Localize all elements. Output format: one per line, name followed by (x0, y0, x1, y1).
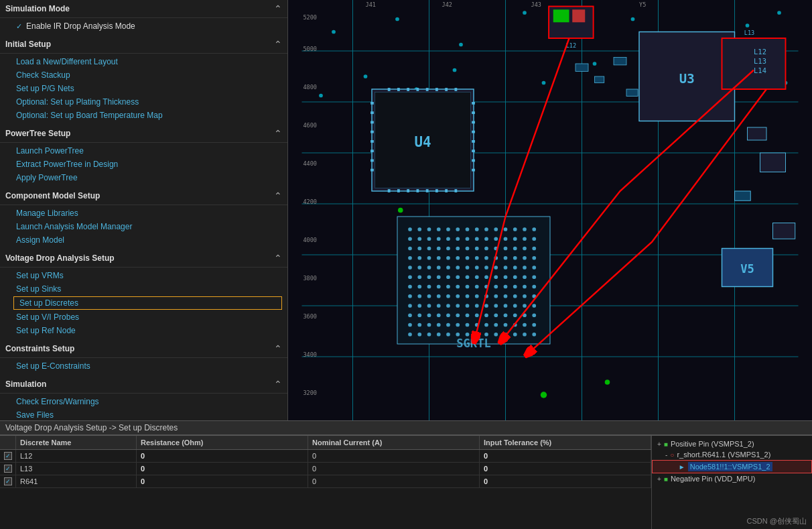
row-l13-input-tolerance: 0 (480, 463, 651, 475)
row-r641-input-tolerance: 0 (480, 475, 651, 487)
sidebar-item-setup-econstraints[interactable]: Set up E-Constraints (0, 359, 287, 373)
section-header-simulation[interactable]: Simulation ⌃ (0, 375, 287, 394)
svg-point-171 (446, 294, 450, 298)
svg-point-185 (446, 304, 450, 308)
sidebar-item-check-stackup[interactable]: Check Stackup (0, 68, 287, 82)
sidebar-item-save-files[interactable]: Save Files (0, 408, 287, 420)
chevron-simulation: ⌃ (274, 379, 282, 390)
table-panel: Discrete Name Resistance (Ohm) Nominal C… (0, 436, 651, 529)
right-panel-positive-pin[interactable]: + ■ Positive Pin (VSMPS1_2) (652, 438, 812, 449)
svg-point-221 (523, 323, 527, 327)
section-body-simulation: Check Errors/Warnings Save Files (0, 394, 287, 420)
svg-rect-65 (445, 189, 448, 192)
sidebar-item-board-temp[interactable]: Optional: Set up Board Temperature Map (0, 109, 287, 122)
section-header-constraints-setup[interactable]: Constraints Setup ⌃ (0, 340, 287, 358)
checkbox-r641[interactable]: ✓ (4, 477, 12, 485)
section-header-simulation-mode[interactable]: Simulation Mode ⌃ (0, 0, 287, 18)
svg-point-176 (494, 294, 498, 298)
svg-text:4200: 4200 (303, 198, 317, 205)
svg-text:Y5: Y5 (639, 1, 646, 8)
node-label: Node581!!1::VSMPS1_2 (688, 462, 772, 471)
svg-point-84 (417, 237, 421, 241)
right-panel: + ■ Positive Pin (VSMPS1_2) - ○ r_short.… (651, 436, 812, 529)
sidebar-item-setup-pg-nets[interactable]: Set up P/G Nets (0, 82, 287, 95)
pcb-area[interactable]: U4 /* will place dots via loop below */ (288, 0, 812, 420)
svg-rect-51 (388, 88, 391, 91)
sidebar-item-setup-vrms[interactable]: Set up VRMs (0, 269, 287, 282)
tree-expand-positive[interactable]: + (657, 440, 661, 448)
right-panel-r-short[interactable]: - ○ r_short.R641.1 (VSMPS1_2) (652, 449, 812, 460)
svg-point-69 (408, 227, 412, 231)
sidebar-item-setup-sinks[interactable]: Set up Sinks (0, 282, 287, 296)
svg-point-22 (777, 11, 781, 15)
sidebar-item-assign-model[interactable]: Assign Model (0, 233, 287, 247)
sidebar-item-setup-ref-node[interactable]: Set up Ref Node (0, 324, 287, 337)
svg-rect-57 (445, 88, 448, 91)
svg-text:5200: 5200 (303, 14, 317, 21)
right-panel-node[interactable]: ► Node581!!1::VSMPS1_2 (652, 460, 812, 473)
section-body-constraints-setup: Set up E-Constraints (0, 358, 287, 375)
section-header-powertree-setup[interactable]: PowerTree Setup ⌃ (0, 125, 287, 143)
tree-expand-negative[interactable]: + (657, 475, 661, 483)
status-bar: Voltage Drop Analysis Setup -> Set up Di… (0, 420, 812, 435)
section-title-initial-setup: Initial Setup (5, 40, 51, 49)
sidebar-item-setup-discretes[interactable]: Set up Discretes (13, 296, 282, 310)
svg-point-202 (475, 313, 479, 317)
row-r641-checkbox[interactable]: ✓ (0, 475, 16, 487)
svg-point-143 (446, 275, 450, 279)
svg-point-128 (437, 266, 441, 270)
svg-point-158 (456, 285, 460, 289)
row-r641-name: R641 (16, 475, 137, 487)
sidebar-item-setup-vi-probes[interactable]: Set up V/I Probes (0, 310, 287, 324)
svg-point-232 (494, 333, 498, 337)
sidebar-item-manage-libraries[interactable]: Manage Libraries (0, 207, 287, 220)
svg-point-21 (746, 23, 750, 27)
checkbox-l12[interactable]: ✓ (4, 452, 12, 460)
svg-text:4000: 4000 (303, 237, 317, 243)
svg-text:L12: L12 (754, 48, 766, 56)
checkbox-l13[interactable]: ✓ (4, 465, 12, 473)
row-l12-name: L12 (16, 450, 137, 462)
section-header-initial-setup[interactable]: Initial Setup ⌃ (0, 36, 287, 54)
svg-rect-252 (735, 191, 751, 200)
sidebar-item-launch-analysis-model-manager[interactable]: Launch Analysis Model Manager (0, 220, 287, 233)
svg-point-141 (427, 275, 431, 279)
sidebar-item-launch-powertree[interactable]: Launch PowerTree (0, 144, 287, 158)
row-l12-checkbox[interactable]: ✓ (0, 450, 16, 462)
sidebar-item-check-errors[interactable]: Check Errors/Warnings (0, 395, 287, 408)
table-row[interactable]: ✓ L13 0 0 0 (0, 463, 651, 475)
tree-expand-node (674, 463, 676, 471)
sidebar-item-apply-powertree[interactable]: Apply PowerTree (0, 171, 287, 184)
svg-point-177 (504, 294, 508, 298)
svg-rect-35 (370, 102, 374, 105)
sidebar-item-load-layout[interactable]: Load a New/Different Layout (0, 55, 287, 68)
right-panel-negative-pin[interactable]: + ■ Negative Pin (VDD_MPU) (652, 473, 812, 484)
tree-expand-r-short[interactable]: - (665, 451, 667, 459)
sidebar-item-enable-ir-drop[interactable]: Enable IR Drop Analysis Mode (0, 19, 287, 33)
sidebar-item-plating-thickness[interactable]: Optional: Set up Plating Thickness (0, 95, 287, 109)
svg-point-173 (466, 294, 470, 298)
table-row[interactable]: ✓ R641 0 0 0 (0, 475, 651, 488)
svg-point-90 (475, 237, 479, 241)
svg-point-203 (484, 313, 488, 317)
svg-text:4600: 4600 (303, 122, 317, 129)
svg-point-148 (494, 275, 498, 279)
section-header-component-model-setup[interactable]: Component Model Setup ⌃ (0, 187, 287, 205)
svg-point-159 (466, 285, 470, 289)
svg-text:J42: J42 (442, 1, 452, 8)
svg-point-145 (466, 275, 470, 279)
svg-point-27 (542, 81, 546, 85)
svg-point-192 (513, 304, 517, 308)
svg-rect-38 (370, 131, 374, 133)
svg-point-105 (484, 247, 488, 251)
chevron-constraints-setup: ⌃ (274, 343, 282, 354)
svg-point-129 (446, 266, 450, 270)
section-header-voltage-drop-analysis-setup[interactable]: Voltage Drop Analysis Setup ⌃ (0, 249, 287, 268)
svg-rect-42 (370, 169, 374, 172)
table-row[interactable]: ✓ L12 0 0 0 (0, 450, 651, 463)
svg-rect-55 (426, 88, 429, 91)
svg-point-200 (456, 313, 460, 317)
row-l13-checkbox[interactable]: ✓ (0, 463, 16, 475)
svg-point-190 (494, 304, 498, 308)
sidebar-item-extract-powertree[interactable]: Extract PowerTree in Design (0, 158, 287, 171)
